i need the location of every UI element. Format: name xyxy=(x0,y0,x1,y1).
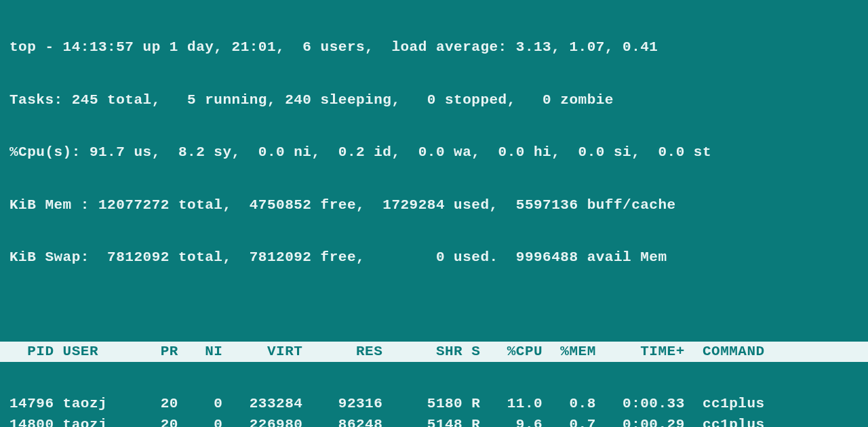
blank-line xyxy=(9,300,859,310)
summary-line-5: KiB Swap: 7812092 total, 7812092 free, 0… xyxy=(9,247,859,268)
process-row: 14800 taozj 20 0 226980 86248 5148 R 9.6… xyxy=(9,414,859,427)
terminal[interactable]: top - 14:13:57 up 1 day, 21:01, 6 users,… xyxy=(0,0,868,427)
process-row: 14796 taozj 20 0 233284 92316 5180 R 11.… xyxy=(9,393,859,415)
summary-line-1: top - 14:13:57 up 1 day, 21:01, 6 users,… xyxy=(9,37,859,58)
summary-line-3: %Cpu(s): 91.7 us, 8.2 sy, 0.0 ni, 0.2 id… xyxy=(9,142,859,163)
process-table-body: 14796 taozj 20 0 233284 92316 5180 R 11.… xyxy=(9,393,859,427)
process-header-row: PID USER PR NI VIRT RES SHR S %CPU %MEM … xyxy=(0,342,868,362)
summary-line-2: Tasks: 245 total, 5 running, 240 sleepin… xyxy=(9,89,859,111)
summary-line-4: KiB Mem : 12077272 total, 4750852 free, … xyxy=(9,195,859,216)
